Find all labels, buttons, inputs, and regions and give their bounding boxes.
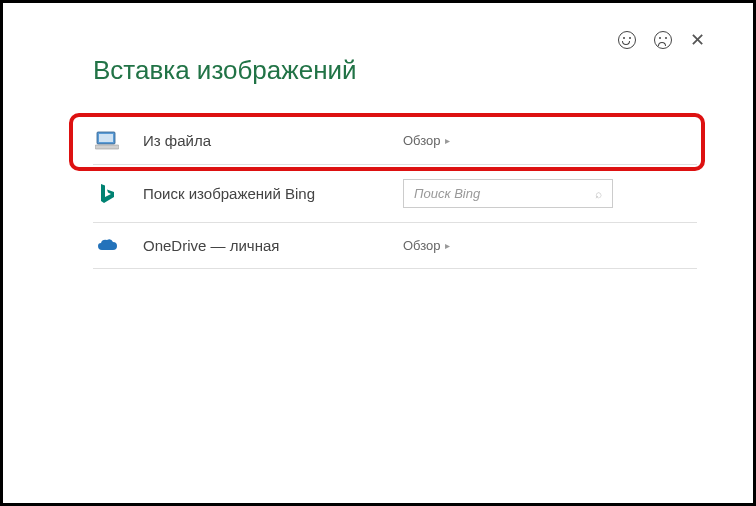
bing-icon <box>93 183 121 205</box>
chevron-right-icon: ▸ <box>445 135 450 146</box>
computer-icon <box>93 130 121 150</box>
search-icon: ⌕ <box>595 187 602 201</box>
onedrive-label: OneDrive — личная <box>143 237 403 254</box>
svg-rect-1 <box>99 134 113 142</box>
onedrive-icon <box>93 238 121 254</box>
feedback-smile-icon[interactable] <box>618 31 636 49</box>
from-file-option[interactable]: Из файла Обзор ▸ <box>93 116 697 165</box>
from-file-browse[interactable]: Обзор ▸ <box>403 133 450 148</box>
chevron-right-icon: ▸ <box>445 240 450 251</box>
onedrive-option[interactable]: OneDrive — личная Обзор ▸ <box>93 223 697 269</box>
close-button[interactable]: ✕ <box>690 31 705 49</box>
bing-search-input[interactable]: Поиск Bing ⌕ <box>403 179 613 208</box>
feedback-frown-icon[interactable] <box>654 31 672 49</box>
dialog-title: Вставка изображений <box>93 55 705 86</box>
onedrive-browse[interactable]: Обзор ▸ <box>403 238 450 253</box>
svg-rect-2 <box>95 145 119 149</box>
search-placeholder: Поиск Bing <box>414 186 480 201</box>
insert-pictures-dialog: ✕ Вставка изображений Из файла Обзор ▸ П… <box>3 3 753 503</box>
bing-search-label: Поиск изображений Bing <box>143 185 403 202</box>
bing-search-option[interactable]: Поиск изображений Bing Поиск Bing ⌕ <box>93 165 697 223</box>
titlebar-controls: ✕ <box>618 31 705 49</box>
from-file-label: Из файла <box>143 132 403 149</box>
